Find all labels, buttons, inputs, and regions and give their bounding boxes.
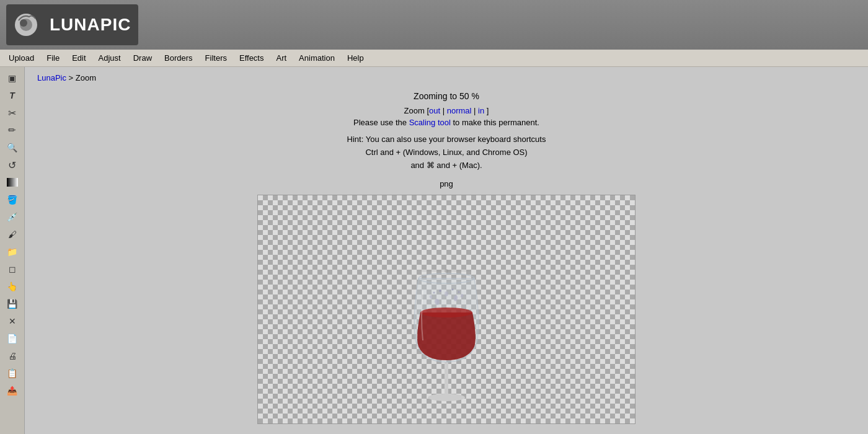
tool-brush[interactable]: 🖌 xyxy=(5,227,20,242)
tool-pencil[interactable]: ✏ xyxy=(5,123,20,138)
tool-marquee[interactable]: ▣ xyxy=(5,71,20,86)
tool-gradient[interactable] xyxy=(5,175,20,190)
tool-scissors[interactable]: ✂ xyxy=(5,105,20,120)
svg-point-18 xyxy=(445,269,448,273)
zoom-label: Zoom [ xyxy=(404,106,429,115)
svg-point-9 xyxy=(445,291,448,296)
zoom-normal-link[interactable]: normal xyxy=(447,106,472,115)
tool-text[interactable]: T xyxy=(5,88,20,103)
image-type-label: png xyxy=(37,179,856,188)
svg-point-12 xyxy=(439,290,441,292)
logo-container: LUNAPIC xyxy=(6,4,138,45)
canvas-area xyxy=(257,195,636,424)
menu-draw[interactable]: Draw xyxy=(127,51,158,65)
zoom-title: Zooming to 50 % xyxy=(37,91,856,101)
menu-filters[interactable]: Filters xyxy=(199,51,233,65)
zoom-in-link[interactable]: in xyxy=(478,106,484,115)
menu-edit[interactable]: Edit xyxy=(66,51,92,65)
menu-file[interactable]: File xyxy=(40,51,66,65)
svg-point-13 xyxy=(452,289,454,291)
menu-upload[interactable]: Upload xyxy=(2,51,40,65)
logo-text: LUNAPIC xyxy=(50,15,131,35)
hint-line1: Hint: You can also use your browser keyb… xyxy=(347,135,546,144)
svg-point-15 xyxy=(458,291,460,293)
wine-glass-wrapper xyxy=(258,195,635,423)
menu-borders[interactable]: Borders xyxy=(158,51,199,65)
tool-eyedropper[interactable]: 💉 xyxy=(5,210,20,224)
tool-zoom[interactable]: 🔍 xyxy=(5,140,20,155)
svg-point-14 xyxy=(433,292,435,294)
header: LUNAPIC xyxy=(0,0,868,50)
wine-glass-svg xyxy=(353,204,539,415)
scaling-prefix: Please use the xyxy=(353,118,409,127)
menu-effects[interactable]: Effects xyxy=(233,51,270,65)
tool-rotate[interactable]: ↺ xyxy=(5,157,20,172)
hint-line2: Ctrl and + (Windows, Linux, and Chrome O… xyxy=(365,148,527,157)
scaling-suffix: to make this permanent. xyxy=(451,118,539,127)
main: ▣ T ✂ ✏ 🔍 ↺ 🪣 💉 🖌 📁 ◻ 👆 💾 ✕ 📄 🖨 📋 📤 Luna… xyxy=(0,67,868,434)
zoom-links: Zoom [out | normal | in ] xyxy=(37,106,856,115)
sidebar: ▣ T ✂ ✏ 🔍 ↺ 🪣 💉 🖌 📁 ◻ 👆 💾 ✕ 📄 🖨 📋 📤 xyxy=(0,67,25,434)
menu-help[interactable]: Help xyxy=(341,51,370,65)
zoom-out-link[interactable]: out xyxy=(429,106,440,115)
zoom-sep2: | xyxy=(471,106,478,115)
svg-point-2 xyxy=(20,19,27,27)
zoom-close-bracket: ] xyxy=(484,106,489,115)
zoom-scaling: Please use the Scaling tool to make this… xyxy=(37,118,856,127)
breadcrumb-home-link[interactable]: LunaPic xyxy=(37,73,66,82)
menubar: Upload File Edit Adjust Draw Borders Fil… xyxy=(0,50,868,67)
tool-eraser[interactable]: ◻ xyxy=(5,262,20,277)
menu-adjust[interactable]: Adjust xyxy=(92,51,127,65)
breadcrumb-separator: > xyxy=(66,73,76,82)
hint-line3: and ⌘ and + (Mac). xyxy=(410,161,482,170)
menu-art[interactable]: Art xyxy=(270,51,293,65)
tool-new[interactable]: 📄 xyxy=(5,331,20,346)
tool-print[interactable]: 🖨 xyxy=(5,348,20,363)
zoom-info: Zooming to 50 % Zoom [out | normal | in … xyxy=(37,91,856,188)
tool-save[interactable]: 💾 xyxy=(5,296,20,311)
zoom-hint: Hint: You can also use your browser keyb… xyxy=(37,133,856,172)
tool-close[interactable]: ✕ xyxy=(5,314,20,329)
breadcrumb-current: Zoom xyxy=(76,73,96,82)
tool-share[interactable]: 📤 xyxy=(5,383,20,398)
tool-stamp[interactable]: 📋 xyxy=(5,366,20,381)
tool-fill[interactable]: 🪣 xyxy=(5,192,20,207)
menu-animation[interactable]: Animation xyxy=(293,51,341,65)
tool-folder[interactable]: 📁 xyxy=(5,244,20,259)
logo-icon xyxy=(14,9,45,40)
content-area: LunaPic > Zoom Zooming to 50 % Zoom [out… xyxy=(25,67,868,434)
svg-point-5 xyxy=(428,394,465,401)
svg-rect-4 xyxy=(445,362,448,396)
zoom-sep1: | xyxy=(440,106,447,115)
breadcrumb: LunaPic > Zoom xyxy=(37,73,856,82)
svg-rect-3 xyxy=(7,178,18,187)
scaling-link[interactable]: Scaling tool xyxy=(409,118,451,127)
svg-point-6 xyxy=(420,308,472,317)
tool-smudge[interactable]: 👆 xyxy=(5,279,20,294)
